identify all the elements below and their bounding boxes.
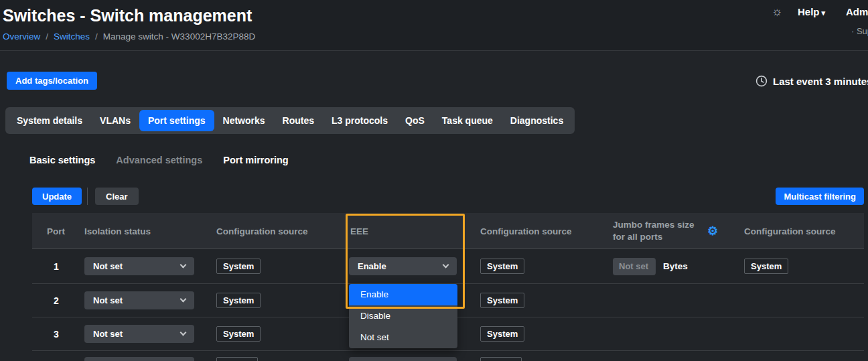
breadcrumb: Overview/Switches/Manage switch - W33002… xyxy=(3,31,255,42)
config-source-badge: System xyxy=(216,293,261,308)
isolation-status-value: Not set xyxy=(93,295,123,305)
chevron-down-icon: ▾ xyxy=(822,9,826,17)
tab-qos[interactable]: QoS xyxy=(396,110,433,131)
tab-vlans[interactable]: VLANs xyxy=(91,110,139,131)
page-title: Switches - Switch management xyxy=(3,6,252,25)
clear-button[interactable]: Clear xyxy=(95,188,139,205)
tab-system-details[interactable]: System details xyxy=(8,110,91,131)
eee-dropdown-menu: Enable Disable Not set xyxy=(349,284,457,348)
eee-value: Enable xyxy=(358,261,386,271)
chevron-down-icon xyxy=(180,330,187,336)
tab-port-settings[interactable]: Port settings xyxy=(139,110,214,131)
table-row xyxy=(32,351,864,361)
isolation-status-select[interactable] xyxy=(84,357,194,361)
help-menu[interactable]: Help▾ xyxy=(798,6,825,17)
column-header-configuration-source-2: Configuration source xyxy=(480,213,572,249)
tab-task-queue[interactable]: Task queue xyxy=(433,110,502,131)
port-number-label: 2 xyxy=(54,295,59,306)
dropdown-option-enable[interactable]: Enable xyxy=(349,284,457,305)
dropdown-option-not-set[interactable]: Not set xyxy=(349,327,457,348)
chevron-down-icon xyxy=(180,296,187,303)
tab-routes[interactable]: Routes xyxy=(274,110,323,131)
chevron-down-icon xyxy=(443,262,449,269)
config-source-badge: System xyxy=(744,259,788,274)
page-header: Switches - Switch management Overview/Sw… xyxy=(0,0,868,51)
column-header-jumbo-frames: Jumbo frames size for all ports ⚙ xyxy=(613,213,718,249)
last-event-text: Last event 3 minutes xyxy=(773,76,868,87)
sub-tab-bar: Basic settings Advanced settings Port mi… xyxy=(29,155,289,165)
isolation-status-select[interactable]: Not set xyxy=(84,291,194,309)
port-number: 1 xyxy=(54,249,59,283)
isolation-status-value: Not set xyxy=(93,329,123,339)
config-source-badge xyxy=(216,357,258,361)
gear-icon[interactable]: ⚙ xyxy=(707,224,718,238)
main-tab-bar: System details VLANs Port settings Netwo… xyxy=(5,107,575,134)
bytes-unit-label: Bytes xyxy=(663,261,688,271)
tab-diagnostics[interactable]: Diagnostics xyxy=(502,110,572,131)
multicast-filtering-button[interactable]: Multicast filtering xyxy=(776,188,864,205)
add-tags-location-button[interactable]: Add tags/location xyxy=(7,72,97,90)
eee-select[interactable] xyxy=(349,357,457,361)
brightness-icon[interactable]: ☼ xyxy=(772,5,783,19)
eee-select[interactable]: Enable xyxy=(349,257,457,275)
subtab-port-mirroring[interactable]: Port mirroring xyxy=(223,155,288,165)
port-number-label: 1 xyxy=(54,261,59,272)
clock-icon xyxy=(755,75,768,87)
config-source-badge: System xyxy=(480,293,524,308)
dropdown-option-disable[interactable]: Disable xyxy=(349,305,457,327)
config-source-badge: System xyxy=(216,326,261,342)
tab-l3-protocols[interactable]: L3 protocols xyxy=(323,110,396,131)
config-source-badge: System xyxy=(480,326,524,342)
table-header-row: Port Isolation status Configuration sour… xyxy=(32,213,864,249)
subtab-basic-settings[interactable]: Basic settings xyxy=(29,155,95,165)
last-event-status: Last event 3 minutes xyxy=(755,75,868,87)
column-header-port: Port xyxy=(47,213,65,249)
config-source-badge: System xyxy=(480,259,524,274)
tab-networks[interactable]: Networks xyxy=(214,110,274,131)
account-menu[interactable]: Admi xyxy=(846,6,868,17)
update-button[interactable]: Update xyxy=(32,188,82,205)
column-header-configuration-source-3: Configuration source xyxy=(744,213,836,249)
port-number-label: 3 xyxy=(54,329,59,340)
chevron-down-icon xyxy=(180,262,187,269)
isolation-status-value: Not set xyxy=(93,261,123,271)
isolation-status-select[interactable]: Not set xyxy=(84,325,194,343)
jumbo-frames-label: Jumbo frames size for all ports xyxy=(613,219,701,243)
table-row: 1 Not set System Enable System Not set B… xyxy=(32,249,864,284)
account-subtext: · Sup xyxy=(851,26,868,36)
config-source-badge: System xyxy=(216,259,261,274)
breadcrumb-overview[interactable]: Overview xyxy=(3,31,40,42)
isolation-status-select[interactable]: Not set xyxy=(84,257,194,275)
column-header-configuration-source-1: Configuration source xyxy=(216,213,308,249)
subtab-advanced-settings[interactable]: Advanced settings xyxy=(116,155,202,165)
help-label: Help xyxy=(798,6,820,17)
config-source-badge xyxy=(480,357,522,361)
breadcrumb-current: Manage switch - W33002H7B32P88D xyxy=(103,31,255,42)
toolbar-divider xyxy=(87,188,88,205)
breadcrumb-switches[interactable]: Switches xyxy=(54,31,90,42)
jumbo-frames-input[interactable]: Not set xyxy=(613,258,656,275)
column-header-isolation-status: Isolation status xyxy=(84,213,151,249)
breadcrumb-separator: / xyxy=(46,31,48,42)
breadcrumb-separator: / xyxy=(95,31,98,42)
column-header-eee: EEE xyxy=(350,213,368,249)
